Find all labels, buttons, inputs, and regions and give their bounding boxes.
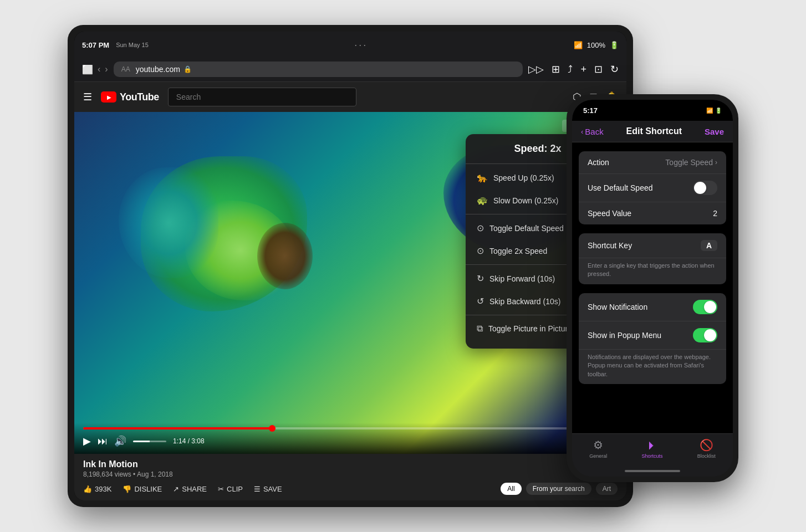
show-notification-toggle[interactable] [693,300,717,314]
forward-icon[interactable]: › [105,64,108,75]
status-info: 5:07 PM Sun May 15 [82,41,149,49]
iphone-screen: 5:17 📶 🔋 ‹ Back Edit Shortcut Save Actio… [572,100,733,477]
clip-button[interactable]: ✂ CLIP [218,485,243,493]
play-button[interactable]: ▶ [83,435,91,447]
skip-forward-icon: ↻ [477,273,484,284]
safari-status-icons: 📶 100% 🔋 [574,41,619,49]
back-button[interactable]: ‹ Back [581,127,604,136]
show-popup-label: Show in Popup Menu [588,331,661,340]
video-title: Ink In Motion [83,459,618,469]
shortcut-key-row[interactable]: Shortcut Key A [579,233,726,258]
back-chevron-icon: ‹ [581,127,583,136]
shortcut-content: Action Toggle Speed › Use Default Speed … [572,142,733,433]
filter-all[interactable]: All [501,483,521,495]
refresh-icon[interactable]: ↻ [610,63,619,75]
volume-icon[interactable]: 🔊 [114,435,126,447]
shortcut-key-section: Shortcut Key A Enter a single key that t… [579,233,726,284]
tabs-icon[interactable]: ⊡ [594,63,603,75]
save-shortcut-button[interactable]: Save [705,127,724,136]
speed-up-icon: 🐆 [477,172,488,183]
slow-down-label: Slow Down (0.25x) [493,196,559,205]
tab-blocklist[interactable]: 🚫 Blocklist [697,438,716,459]
search-filter-bar: All From your search Art [501,483,618,495]
general-tab-icon: ⚙ [593,438,603,452]
shortcut-key-label: Shortcut Key [588,241,632,250]
popup-toggle-thumb [704,329,716,341]
save-button[interactable]: ☰ SAVE [254,485,282,493]
skip-forward-label: Skip Forward (10s) [489,274,555,283]
show-notification-row: Show Notification [579,293,726,321]
shortcuts-tab-icon: ⏵ [646,439,657,452]
next-button[interactable]: ⏭ [98,436,108,447]
youtube-search-input[interactable] [168,88,356,106]
video-date: Aug 1, 2018 [137,470,173,478]
toggle-default-icon: ⊙ [477,223,484,233]
action-label: Action [588,158,609,167]
toggle-default-label: Toggle Default Speed [489,224,564,233]
dislike-button[interactable]: 👎 DISLIKE [123,485,162,493]
share-arrow-icon: ↗ [173,485,179,493]
blocklist-tab-label: Blocklist [697,453,716,459]
progress-bar[interactable] [83,427,618,429]
use-default-speed-toggle[interactable] [693,181,717,195]
iphone-device: 5:17 📶 🔋 ‹ Back Edit Shortcut Save Actio… [567,94,738,482]
youtube-logo: YouTube [101,91,159,103]
home-indicator-bar [625,470,680,472]
playback-icon[interactable]: ▷▷ [528,63,544,75]
video-actions: 👍 393K 👎 DISLIKE ↗ SHARE ✂ CLIP [83,483,618,495]
toggle-2x-icon: ⊙ [477,245,484,256]
action-row[interactable]: Action Toggle Speed › [579,151,726,174]
tab-general[interactable]: ⚙ General [589,438,607,459]
save-label: SAVE [263,485,282,493]
edit-shortcut-title: Edit Shortcut [626,126,682,136]
lock-icon: 🔒 [183,65,192,73]
share-icon[interactable]: ⤴ [568,64,573,75]
time-display: 1:14 / 3:08 [173,437,205,445]
shortcuts-tab-label: Shortcuts [641,453,662,459]
safari-nav-icons: ⬜ ‹ › [82,64,108,75]
clip-label: CLIP [227,485,243,493]
shortcut-key-helper: Enter a single key that triggers the act… [579,258,726,284]
ink-blob-4 [257,223,313,289]
iphone-status-bar: 5:17 📶 🔋 [572,100,733,121]
pip-icon: ⧉ [477,324,483,334]
clip-icon: ✂ [218,485,224,493]
speed-up-label: Speed Up (0.25x) [493,173,554,182]
youtube-logo-text: YouTube [120,91,159,103]
skip-backward-label: Skip Backward (10s) [489,297,560,306]
action-value-text: Toggle Speed [665,158,713,167]
notification-section: Show Notification Show in Popup Menu Not… [579,293,726,384]
speed-value-row: Speed Value 2 [579,202,726,224]
speed-value-number: 2 [713,209,717,218]
progress-fill [83,427,276,429]
home-indicator [572,466,733,477]
controls-row: ▶ ⏭ 🔊 1:14 / 3:08 ⏯ CC ⚙ [83,435,618,447]
youtube-header: ☰ YouTube ⬡ ⊞ 🔔 [74,82,626,112]
safari-address-bar[interactable]: AA youtube.com 🔒 [114,62,523,77]
toggle-thumb [694,182,706,194]
plus-icon[interactable]: + [580,64,586,75]
youtube-logo-icon [101,91,116,103]
ipad-screen: 5:07 PM Sun May 15 ··· 📶 100% 🔋 ⬜ ‹ › AA… [74,32,626,500]
like-button[interactable]: 👍 393K [83,485,111,493]
volume-slider[interactable] [133,441,166,442]
filter-from-search[interactable]: From your search [526,483,591,495]
general-tab-label: General [589,453,607,459]
video-meta: 8,198,634 views • Aug 1, 2018 [83,470,618,478]
back-icon[interactable]: ‹ [98,64,100,75]
save-icon: ☰ [254,485,261,493]
share-button[interactable]: ↗ SHARE [173,485,207,493]
iphone-wifi-icon: 📶 [706,108,713,114]
iphone-time: 5:17 [583,106,598,115]
hamburger-menu-icon[interactable]: ☰ [83,91,92,103]
skip-backward-icon: ↺ [477,296,484,306]
sidebar-icon[interactable]: ⬜ [82,64,93,75]
add-tab-icon[interactable]: ⊞ [552,63,560,75]
use-default-speed-label: Use Default Speed [588,183,653,192]
tab-shortcuts[interactable]: ⏵ Shortcuts [641,439,662,459]
ipad-date: Sun May 15 [116,42,149,48]
pip-label: Toggle Picture in Picture [488,324,572,333]
iphone-battery-icon: 🔋 [715,108,722,114]
show-popup-toggle[interactable] [693,328,717,342]
filter-art[interactable]: Art [596,483,618,495]
